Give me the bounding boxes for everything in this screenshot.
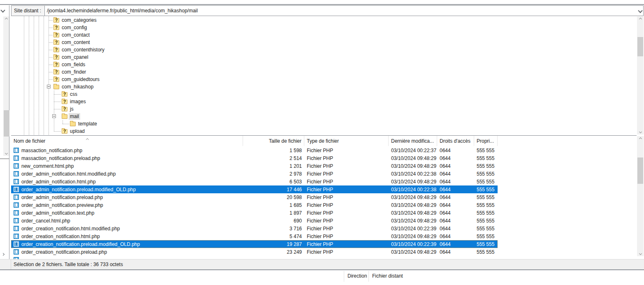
tree-item-com_contenthistory[interactable]: com_contenthistory bbox=[11, 46, 637, 53]
tree-item-com_cpanel[interactable]: com_cpanel bbox=[11, 53, 637, 61]
scroll-down-button[interactable] bbox=[637, 251, 644, 256]
file-row[interactable]: []massaction_notification.php1 598Fichie… bbox=[11, 146, 498, 154]
file-modified-cell: 03/10/2024 09:48:29 bbox=[389, 154, 437, 162]
transfer-queue-panel: Direction Fichier distant bbox=[0, 270, 644, 285]
file-modified-cell: 03/10/2024 09:48:29 bbox=[389, 193, 437, 201]
file-name-text: order_admin_notification.html.php bbox=[21, 179, 96, 185]
file-row[interactable]: []order_creation_notification.preload.ph… bbox=[11, 248, 498, 256]
scroll-up-button[interactable] bbox=[637, 16, 644, 22]
file-perms-cell: 0644 bbox=[437, 154, 474, 162]
file-type-cell: Fichier PHP bbox=[304, 232, 389, 240]
tree-expander-minus-icon[interactable] bbox=[52, 114, 56, 118]
file-row[interactable]: []order_admin_notification.preload.php20… bbox=[11, 193, 498, 201]
folder-question-icon bbox=[62, 129, 67, 134]
file-row[interactable]: []new_comment.html.php1 201Fichier PHP03… bbox=[11, 162, 498, 170]
column-header-permissions[interactable]: Droits d'accès bbox=[437, 136, 474, 146]
tree-item-label: com_hikashop bbox=[60, 83, 95, 90]
scroll-up-button[interactable] bbox=[3, 16, 9, 22]
file-perms-cell: 0644 bbox=[437, 232, 474, 240]
tree-connector-line bbox=[63, 124, 69, 124]
tree-expander-minus-icon[interactable] bbox=[47, 85, 51, 88]
queue-column-direction[interactable]: Direction bbox=[347, 273, 367, 279]
file-row[interactable]: []order_admin_notification.html.php6 503… bbox=[11, 178, 498, 185]
column-header-type[interactable]: Type de fichier bbox=[304, 136, 389, 146]
file-size-cell: 23 249 bbox=[243, 248, 304, 256]
file-size-cell: 20 598 bbox=[243, 193, 304, 201]
tree-item-css[interactable]: css bbox=[11, 90, 637, 98]
tree-item-com_config[interactable]: com_config bbox=[11, 24, 637, 31]
file-name-text: order_admin_notification.preview.php bbox=[21, 202, 103, 208]
scrollbar-thumb[interactable] bbox=[637, 158, 643, 184]
remote-file-list[interactable]: []massaction_notification.php1 598Fichie… bbox=[11, 146, 637, 259]
column-header-modified[interactable]: Dernière modifica... bbox=[389, 136, 437, 146]
file-row[interactable]: []massaction_notification.preload.php2 5… bbox=[11, 154, 498, 162]
tree-item-images[interactable]: images bbox=[11, 98, 637, 105]
scrollbar-thumb[interactable] bbox=[637, 37, 643, 56]
file-row[interactable]: []order_cancel.html.php690Fichier PHP03/… bbox=[11, 217, 498, 225]
file-name-text: order_admin_notification.preload.php bbox=[21, 195, 103, 200]
tree-item-upload[interactable]: upload bbox=[11, 127, 637, 135]
file-size-cell: 17 446 bbox=[243, 185, 304, 193]
file-row[interactable]: []order_admin_notification.preload.modif… bbox=[11, 185, 498, 193]
file-perms-cell: 0644 bbox=[437, 162, 474, 170]
remote-tree-scrollbar[interactable] bbox=[637, 16, 644, 134]
file-size-cell: 1 897 bbox=[243, 209, 304, 217]
file-name-text: order_creation_notification.html.modifie… bbox=[21, 226, 120, 232]
php-file-icon: [] bbox=[14, 195, 19, 200]
local-tree-scrollbar[interactable] bbox=[3, 16, 9, 156]
toolbar-divider bbox=[0, 4, 644, 5]
file-size-cell: 2 514 bbox=[243, 154, 304, 162]
chevron-down-icon bbox=[5, 152, 7, 155]
tree-connector-line bbox=[49, 72, 53, 72]
file-row-partial[interactable]: [] bbox=[11, 256, 498, 259]
file-modified-cell: 03/10/2024 09:48:29 bbox=[389, 162, 437, 170]
local-combo-dropdown[interactable] bbox=[1, 7, 5, 13]
file-row[interactable]: []order_creation_notification.preload.mo… bbox=[11, 240, 498, 248]
file-name-cell: []new_comment.html.php bbox=[11, 162, 243, 170]
tree-item-template[interactable]: template bbox=[11, 120, 637, 127]
tree-item-label: com_guidedtours bbox=[60, 76, 101, 83]
file-size-cell: 1 685 bbox=[243, 201, 304, 209]
remote-combo-dropdown[interactable] bbox=[637, 9, 643, 12]
file-modified-cell: 03/10/2024 00:22:39 bbox=[389, 240, 437, 248]
tree-item-label: com_fields bbox=[60, 61, 86, 68]
file-name-text: order_cancel.html.php bbox=[21, 218, 70, 224]
tree-item-com_contact[interactable]: com_contact bbox=[11, 31, 637, 39]
tree-item-mail[interactable]: mail bbox=[11, 113, 637, 120]
scroll-up-button[interactable] bbox=[637, 136, 644, 141]
file-perms-cell: 0644 bbox=[437, 201, 474, 209]
column-header-name[interactable]: Nom de fichier bbox=[11, 136, 243, 146]
tree-item-com_finder[interactable]: com_finder bbox=[11, 68, 637, 76]
tree-item-com_content[interactable]: com_content bbox=[11, 39, 637, 46]
column-header-size[interactable]: Taille de fichier bbox=[243, 136, 304, 146]
tree-item-com_hikashop[interactable]: com_hikashop bbox=[11, 83, 637, 90]
file-modified-cell: 03/10/2024 09:48:29 bbox=[389, 201, 437, 209]
remote-path-combobox[interactable]: Site distant : /joomla4.lechemindelaferm… bbox=[11, 5, 644, 16]
file-row[interactable]: []order_creation_notification.html.modif… bbox=[11, 225, 498, 232]
tree-item-com_categories[interactable]: com_categories bbox=[11, 16, 637, 24]
local-scroll-right-button[interactable] bbox=[2, 251, 4, 257]
folder-icon bbox=[53, 85, 59, 89]
tree-item-com_guidedtours[interactable]: com_guidedtours bbox=[11, 76, 637, 83]
folder-question-icon bbox=[62, 100, 67, 104]
file-row[interactable]: []order_admin_notification.preview.php1 … bbox=[11, 201, 498, 209]
scroll-down-button[interactable] bbox=[3, 151, 9, 156]
file-row[interactable]: []order_creation_notification.html.php5 … bbox=[11, 232, 498, 240]
scrollbar-thumb[interactable] bbox=[4, 110, 9, 137]
column-header-owner[interactable]: Propri... bbox=[474, 136, 498, 146]
file-row[interactable]: []order_admin_notification.text.php1 897… bbox=[11, 209, 498, 217]
scroll-down-button[interactable] bbox=[637, 129, 644, 134]
file-type-cell: Fichier PHP bbox=[304, 209, 389, 217]
remote-directory-tree[interactable]: com_categoriescom_configcom_contactcom_c… bbox=[11, 16, 637, 135]
file-name-cell: []order_creation_notification.preload.mo… bbox=[11, 240, 243, 248]
remote-path-value[interactable]: /joomla4.lechemindelaferme.fr/public_htm… bbox=[45, 8, 637, 14]
tree-item-js[interactable]: js bbox=[11, 105, 637, 113]
queue-column-remote-file[interactable]: Fichier distant bbox=[372, 273, 403, 279]
tree-item-com_fields[interactable]: com_fields bbox=[11, 61, 637, 68]
tree-item-label: js bbox=[69, 106, 75, 112]
file-row[interactable]: []order_admin_notification.html.modified… bbox=[11, 170, 498, 178]
tree-item-label: com_finder bbox=[60, 69, 87, 75]
folder-question-icon bbox=[53, 48, 59, 52]
file-modified-cell: 03/10/2024 09:48:29 bbox=[389, 232, 437, 240]
remote-list-scrollbar[interactable] bbox=[637, 136, 644, 256]
